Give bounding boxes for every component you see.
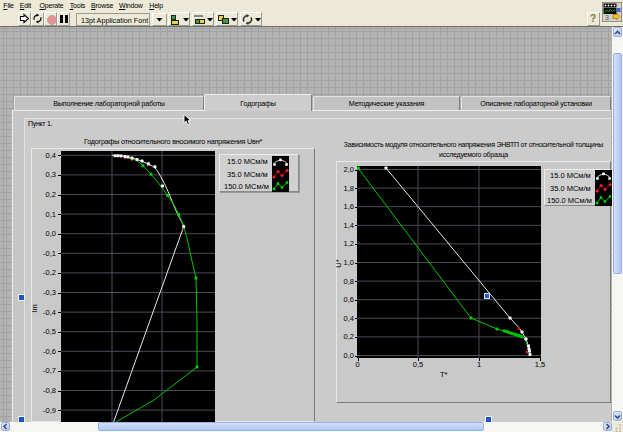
svg-text:3: 3 bbox=[605, 14, 609, 21]
